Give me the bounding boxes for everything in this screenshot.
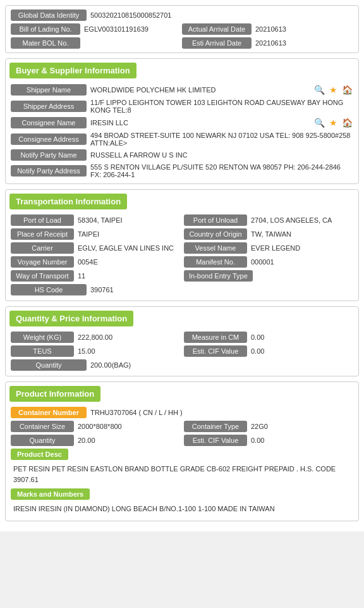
page: Global Data Identity 5003202108150008527… [0,0,364,531]
inbond-col: In-bond Entry Type [184,270,353,282]
carrier-label: Carrier [11,242,74,254]
buyer-supplier-section: Buyer & Supplier Information Shipper Nam… [5,58,359,184]
measure-col: Measure in CM 0.00 [184,332,353,343]
product-qty-col: Quantity 20.00 [11,435,180,446]
container-number-value: TRHU3707064 ( CN / L / HH ) [90,409,353,416]
shipper-icons: 🔍 ★ 🏠 [313,84,353,96]
port-load-col: Port of Load 58304, TAIPEI [11,214,180,226]
voyage-value: 0054E [78,258,180,266]
qp-cif-label: Esti. CIF Value [184,345,247,357]
port-unload-value: 2704, LOS ANGELES, CA [251,216,353,224]
hs-code-row: HS Code 390761 [11,284,353,295]
weight-col: Weight (KG) 222,800.00 [11,332,180,343]
receipt-value: TAIPEI [78,230,180,238]
quantity-price-header: Quantity & Price Information [9,311,133,326]
container-type-col: Container Type 22G0 [184,421,353,432]
consignee-search-icon[interactable]: 🔍 [313,116,325,129]
actual-arrival-label: Actual Arrival Date [182,23,252,35]
shipper-home-icon[interactable]: 🏠 [341,84,353,96]
consignee-name-row: Consignee Name IRESIN LLC 🔍 ★ 🏠 [11,116,353,129]
product-cif-col: Esti. CIF Value 0.00 [184,435,353,446]
way-transport-label: Way of Transport [11,270,74,282]
esti-arrival-value: 20210613 [255,39,353,47]
qp-cif-value: 0.00 [251,347,353,355]
product-qty-cif-row: Quantity 20.00 Esti. CIF Value 0.00 [11,435,353,446]
carrier-col: Carrier EGLV, EAGLE VAN LINES INC [11,242,180,254]
notify-party-name-row: Notify Party Name RUSSELL A FARROW U S I… [11,149,353,161]
weight-measure-row: Weight (KG) 222,800.00 Measure in CM 0.0… [11,332,353,343]
product-desc-text: PET RESIN PET RESIN EASTLON BRAND BOTTLE… [11,462,353,486]
container-size-value: 2000*808*800 [78,423,180,430]
qp-quantity-row: Quantity 200.00(BAG) [11,359,353,371]
hs-code-label: HS Code [11,284,87,295]
product-cif-value: 0.00 [251,437,353,444]
product-section: Product Information Container Number TRH… [5,382,359,521]
manifest-col: Manifest No. 000001 [184,256,353,268]
receipt-origin-row: Place of Receipt TAIPEI Country of Origi… [11,228,353,240]
consignee-address-label: Consignee Address [11,133,87,145]
notify-party-address-value: 555 S RENTON VILLAGE PL/SUITE 520 RENTON… [90,163,353,178]
receipt-col: Place of Receipt TAIPEI [11,228,180,240]
notify-party-address-label: Notify Party Address [11,165,87,177]
teus-col: TEUS 15.00 [11,345,180,357]
actual-arrival-value: 20210613 [255,25,353,33]
marks-label: Marks and Numbers [11,488,90,500]
consignee-name-label: Consignee Name [11,117,87,128]
shipper-search-icon[interactable]: 🔍 [313,84,325,96]
qp-quantity-value: 200.00(BAG) [90,361,353,369]
vessel-value: EVER LEGEND [251,244,353,252]
buyer-supplier-body: Shipper Name WORLDWIDE POLYCHEM HK LIMIT… [6,81,358,183]
container-type-label: Container Type [184,421,247,432]
transportation-body: Port of Load 58304, TAIPEI Port of Unloa… [6,212,358,301]
consignee-address-value: 494 BROAD STREET-SUITE 100 NEWARK NJ 071… [90,132,353,147]
vessel-label: Vessel Name [184,242,247,254]
container-number-label: Container Number [11,407,87,418]
shipper-address-label: Shipper Address [11,101,87,112]
notify-party-name-value: RUSSELL A FARROW U S INC [90,151,353,159]
port-load-value: 58304, TAIPEI [78,216,180,224]
marks-section: Marks and Numbers IRESIN IRESIN (IN DIAM… [11,486,353,516]
product-cif-label: Esti. CIF Value [184,435,247,446]
container-size-type-row: Container Size 2000*808*800 Container Ty… [11,421,353,432]
buyer-supplier-header: Buyer & Supplier Information [9,63,136,78]
consignee-icons: 🔍 ★ 🏠 [313,116,353,129]
weight-value: 222,800.00 [78,333,180,341]
mater-bol-half: Mater BOL No. [11,37,182,49]
container-number-row: Container Number TRHU3707064 ( CN / L / … [11,407,353,418]
qp-quantity-label: Quantity [11,359,87,371]
consignee-star-icon[interactable]: ★ [327,116,339,129]
carrier-value: EGLV, EAGLE VAN LINES INC [78,244,180,252]
voyage-label: Voyage Number [11,256,74,268]
port-row: Port of Load 58304, TAIPEI Port of Unloa… [11,214,353,226]
receipt-label: Place of Receipt [11,228,74,240]
quantity-price-body: Weight (KG) 222,800.00 Measure in CM 0.0… [6,329,358,376]
inbond-label: In-bond Entry Type [184,270,253,282]
voyage-manifest-row: Voyage Number 0054E Manifest No. 000001 [11,256,353,268]
product-body: Container Number TRHU3707064 ( CN / L / … [6,404,358,521]
container-size-col: Container Size 2000*808*800 [11,421,180,432]
origin-col: Country of Origin TW, TAIWAN [184,228,353,240]
consignee-address-row: Consignee Address 494 BROAD STREET-SUITE… [11,132,353,147]
actual-arrival-half: Actual Arrival Date 20210613 [182,23,353,35]
origin-label: Country of Origin [184,228,247,240]
product-qty-value: 20.00 [78,437,180,444]
product-header: Product Information [9,386,100,402]
product-qty-label: Quantity [11,435,74,446]
product-desc-label: Product Desc [11,449,68,460]
global-data-label: Global Data Identity [11,9,87,21]
notify-party-name-label: Notify Party Name [11,149,87,161]
hs-code-value: 390761 [90,286,353,294]
transportation-header: Transportation Information [9,194,127,209]
qp-cif-col: Esti. CIF Value 0.00 [184,345,353,357]
bol-value: EGLV003101191639 [84,25,182,33]
esti-arrival-label: Esti Arrival Date [182,37,252,49]
shipper-name-label: Shipper Name [11,84,87,96]
consignee-home-icon[interactable]: 🏠 [341,116,353,129]
marks-text: IRESIN IRESIN (IN DIAMOND) LONG BEACH B/… [11,502,353,516]
shipper-address-row: Shipper Address 11/F LIPPO LEIGHTON TOWE… [11,99,353,114]
transportation-section: Transportation Information Port of Load … [5,189,359,301]
shipper-star-icon[interactable]: ★ [327,84,339,96]
carrier-vessel-row: Carrier EGLV, EAGLE VAN LINES INC Vessel… [11,242,353,254]
port-unload-col: Port of Unload 2704, LOS ANGELES, CA [184,214,353,226]
vessel-col: Vessel Name EVER LEGEND [184,242,353,254]
